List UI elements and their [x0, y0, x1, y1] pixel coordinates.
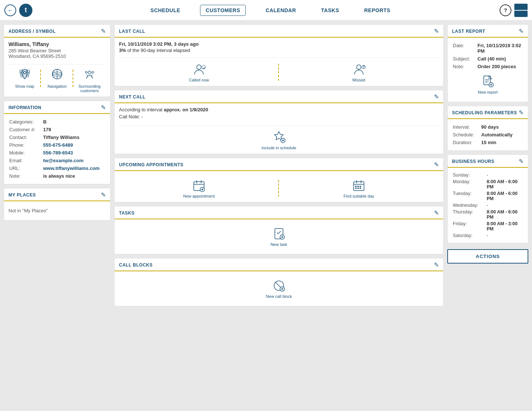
svg-point-11: [88, 71, 91, 74]
nav-reports[interactable]: REPORTS: [359, 5, 396, 15]
surrounding-icon: [84, 68, 95, 83]
next-call-header: NEXT CALL ✎: [115, 90, 443, 103]
last-report-edit-icon[interactable]: ✎: [519, 28, 524, 35]
last-call-edit-icon[interactable]: ✎: [434, 28, 439, 35]
wednesday-row: Wednesday: -: [453, 202, 523, 208]
business-hours-edit-icon[interactable]: ✎: [519, 158, 524, 165]
new-task-button[interactable]: New task: [119, 223, 439, 250]
last-report-body: Date: Fri, 10/11/2019 3:02 PM Subject: C…: [448, 38, 528, 102]
find-suitable-day-button[interactable]: Find suitable day: [279, 178, 439, 198]
thursday-value: 8:00 AM - 6:00 PM: [487, 209, 523, 220]
call-blocks-header: CALL BLOCKS ✎: [115, 258, 443, 271]
sunday-row: Sunday: -: [453, 172, 523, 178]
info-table: Categories: B Customer #: 179 Contact: T…: [8, 118, 106, 180]
svg-text:?: ?: [363, 65, 365, 69]
url-value[interactable]: www.tiffanywilliams.com: [43, 165, 105, 172]
header-right: ?: [500, 4, 528, 17]
interval-label: Interval:: [453, 123, 480, 130]
address-street: 285 West Beamer Street: [8, 48, 106, 53]
phone-value[interactable]: 555-675-6489: [43, 142, 105, 149]
report-note-row: Note: Order 200 pieces: [453, 63, 523, 70]
monday-label: Monday:: [453, 179, 486, 190]
menu-button[interactable]: [514, 4, 528, 17]
include-in-schedule-button[interactable]: Include in schedule: [119, 125, 439, 150]
call-blocks-edit-icon[interactable]: ✎: [434, 261, 439, 268]
next-call-note: Call Note: -: [119, 114, 439, 119]
nav-schedule[interactable]: SCHEDULE: [145, 5, 185, 15]
scheduling-card: SCHEDULING PARAMETERS ✎ Interval: 90 day…: [447, 106, 528, 151]
called-now-icon: [192, 62, 206, 76]
new-report-label: New report: [478, 90, 498, 94]
new-call-block-button[interactable]: New call block: [119, 275, 439, 302]
my-places-card-header: MY PLACES ✎: [4, 188, 110, 201]
new-report-icon: [481, 74, 495, 88]
svg-rect-38: [360, 188, 361, 189]
svg-rect-36: [355, 188, 357, 189]
tasks-edit-icon[interactable]: ✎: [434, 209, 439, 216]
tasks-title: TASKS: [119, 210, 134, 216]
nav-customers[interactable]: CUSTOMERS: [200, 5, 246, 16]
interval-value: 90 days: [481, 123, 523, 130]
mobile-value[interactable]: 556-789-6543: [43, 149, 105, 156]
new-appointment-button[interactable]: New appointment: [119, 178, 279, 198]
address-city: Woodland, CA 95695-2510: [8, 53, 106, 59]
nav-calendar[interactable]: CALENDAR: [260, 5, 301, 15]
email-label: Email:: [9, 157, 42, 164]
friday-value: 8:00 AM - 3:00 PM: [487, 221, 523, 232]
contact-label: Contact:: [9, 134, 42, 141]
report-note-label: Note:: [453, 63, 477, 70]
tuesday-row: Tuesday: 8:00 AM - 6:00 PM: [453, 191, 523, 202]
last-call-interval: 3% of the 90-day interval elapsed: [119, 48, 439, 53]
categories-value: B: [43, 118, 105, 125]
next-call-edit-icon[interactable]: ✎: [434, 93, 439, 100]
next-call-card: NEXT CALL ✎ According to interval approx…: [114, 90, 444, 154]
navigation-button[interactable]: Navigation: [41, 68, 73, 88]
friday-label: Friday:: [453, 221, 486, 232]
main-nav: SCHEDULE CUSTOMERS CALENDAR TASKS REPORT…: [41, 5, 500, 16]
last-call-title: LAST CALL: [119, 29, 145, 34]
schedule-label: Include in schedule: [262, 146, 296, 150]
url-label: URL:: [9, 165, 42, 172]
help-button[interactable]: ?: [500, 4, 511, 16]
scheduling-table: Interval: 90 days Schedule: Automaticall…: [452, 123, 524, 147]
information-card-header: INFORMATION ✎: [4, 101, 110, 114]
new-report-button[interactable]: New report: [452, 71, 524, 98]
wednesday-value: -: [487, 202, 523, 208]
customer-name: Williams, Tiffany: [8, 41, 106, 47]
info-row-contact: Contact: Tiffany Williams: [9, 134, 105, 141]
contact-value: Tiffany Williams: [43, 134, 105, 141]
middle-column: LAST CALL ✎ Fri, 10/11/2019 3:02 PM, 3 d…: [114, 24, 444, 306]
surrounding-customers-button[interactable]: Surrounding customers: [73, 68, 106, 93]
thursday-label: Thursday:: [453, 209, 486, 220]
next-call-body: According to interval approx. on 1/9/202…: [115, 103, 443, 154]
actions-button[interactable]: ACTIONS: [447, 249, 528, 264]
saturday-value: -: [487, 233, 523, 238]
new-task-label: New task: [270, 242, 287, 247]
find-suitable-day-label: Find suitable day: [343, 194, 374, 198]
upcoming-appointments-edit-icon[interactable]: ✎: [434, 161, 439, 168]
call-blocks-body: New call block: [115, 271, 443, 306]
saturday-row: Saturday: -: [453, 233, 523, 238]
svg-point-12: [92, 72, 94, 73]
address-edit-icon[interactable]: ✎: [101, 28, 106, 35]
note-label: Note:: [9, 173, 42, 180]
business-hours-header: BUSINESS HOURS ✎: [448, 155, 528, 168]
missed-button[interactable]: ? Missed: [279, 62, 439, 82]
last-call-header: LAST CALL ✎: [115, 25, 443, 38]
information-edit-icon[interactable]: ✎: [101, 104, 106, 111]
categories-label: Categories:: [9, 118, 42, 125]
my-places-card: MY PLACES ✎ Not in "My Places": [4, 188, 111, 220]
email-value[interactable]: tw@example.com: [43, 157, 105, 164]
phone-label: Phone:: [9, 142, 42, 149]
friday-row: Friday: 8:00 AM - 3:00 PM: [453, 221, 523, 232]
schedule-label: Schedule:: [453, 131, 480, 138]
show-map-button[interactable]: Show map: [8, 68, 41, 88]
my-places-edit-icon[interactable]: ✎: [101, 191, 106, 198]
nav-tasks[interactable]: TASKS: [316, 5, 344, 15]
called-now-button[interactable]: Called now: [119, 62, 279, 82]
missed-label: Missed: [353, 78, 365, 82]
last-report-header: LAST REPORT ✎: [448, 25, 528, 38]
scheduling-edit-icon[interactable]: ✎: [519, 109, 524, 116]
back-button[interactable]: ←: [4, 4, 16, 16]
map-icon: [19, 68, 31, 83]
